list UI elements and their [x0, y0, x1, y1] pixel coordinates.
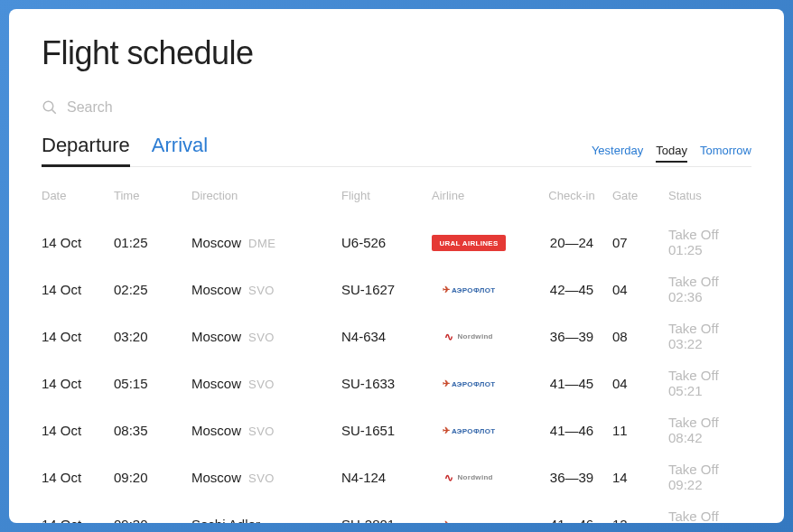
- cell-time: 09:20: [114, 470, 186, 485]
- cell-time: 05:15: [114, 376, 186, 391]
- cell-checkin: 20—24: [536, 235, 607, 250]
- cell-direction: Moscow SVO: [191, 329, 336, 344]
- cell-status: Take Off 05:21: [668, 368, 751, 398]
- airport-code: SVO: [248, 331, 275, 344]
- filter-today[interactable]: Today: [656, 144, 687, 161]
- cell-status: Take Off 03:22: [668, 321, 751, 351]
- table-headers: Date Time Direction Flight Airline Check…: [42, 189, 751, 219]
- airport-code: SVO: [248, 378, 275, 391]
- cell-airline: ✈АЭРОФЛОТ: [432, 421, 531, 439]
- cell-status: Take Off 09:38: [668, 509, 751, 523]
- cell-airline: ✈АЭРОФЛОТ: [432, 374, 531, 392]
- direction-city: Moscow: [191, 282, 241, 297]
- direction-tabs: Departure Arrival: [42, 134, 208, 166]
- cell-gate: 14: [612, 470, 663, 485]
- cell-gate: 04: [612, 376, 663, 391]
- cell-flight: U6-526: [341, 235, 426, 250]
- cell-time: 02:25: [114, 282, 186, 297]
- tabs-row: Departure Arrival Yesterday Today Tomorr…: [42, 134, 751, 167]
- table-row[interactable]: 14 Oct 03:20 Moscow SVO N4-634 ∿Nordwind…: [42, 313, 751, 359]
- svg-point-0: [43, 101, 53, 111]
- cell-date: 14 Oct: [42, 470, 108, 485]
- cell-flight: SU-1633: [341, 376, 426, 391]
- filter-tomorrow[interactable]: Tomorrow: [700, 144, 751, 161]
- airport-code: DME: [248, 237, 275, 250]
- cell-status: Take Off 02:36: [668, 274, 751, 304]
- airline-logo-ural: URAL AIRLINES: [432, 235, 506, 251]
- cell-checkin: 36—39: [536, 470, 607, 485]
- table-row[interactable]: 14 Oct 08:35 Moscow SVO SU-1651 ✈АЭРОФЛО…: [42, 406, 751, 453]
- cell-flight: N4-634: [341, 329, 426, 344]
- tab-departure[interactable]: Departure: [42, 134, 130, 166]
- cell-airline: ∿Nordwind: [432, 469, 531, 486]
- direction-city: Moscow: [191, 235, 241, 250]
- airline-logo-aeroflot: ✈АЭРОФЛОТ: [432, 282, 506, 298]
- col-checkin: Check-in: [536, 189, 607, 202]
- cell-airline: ✈АЭРОФЛОТ: [432, 515, 531, 523]
- cell-date: 14 Oct: [42, 329, 108, 344]
- cell-flight: SU-2801: [341, 517, 426, 524]
- cell-time: 09:30: [114, 517, 186, 524]
- airline-logo-aeroflot: ✈АЭРОФЛОТ: [432, 517, 506, 523]
- direction-city: Moscow: [191, 376, 241, 391]
- cell-gate: 11: [612, 423, 663, 438]
- cell-date: 14 Oct: [42, 376, 108, 391]
- cell-checkin: 41—46: [536, 423, 607, 438]
- cell-time: 01:25: [114, 235, 186, 250]
- table-row[interactable]: 14 Oct 09:30 Sochi Adler SU-2801 ✈АЭРОФЛ…: [42, 500, 751, 523]
- col-direction: Direction: [191, 189, 336, 202]
- cell-checkin: 41—46: [536, 517, 607, 524]
- direction-city: Sochi Adler: [191, 517, 260, 524]
- cell-direction: Moscow SVO: [191, 282, 336, 297]
- col-gate: Gate: [612, 189, 663, 202]
- table-row[interactable]: 14 Oct 02:25 Moscow SVO SU-1627 ✈АЭРОФЛО…: [42, 266, 751, 313]
- airline-logo-nordwind: ∿Nordwind: [432, 329, 506, 345]
- cell-direction: Sochi Adler: [191, 517, 336, 524]
- col-date: Date: [42, 189, 108, 202]
- airline-logo-nordwind: ∿Nordwind: [432, 470, 506, 486]
- cell-flight: SU-1651: [341, 423, 426, 438]
- airport-code: SVO: [248, 425, 275, 438]
- cell-airline: ∿Nordwind: [432, 328, 531, 345]
- cell-status: Take Off 08:42: [668, 415, 751, 445]
- search-icon: [42, 99, 58, 116]
- table-row[interactable]: 14 Oct 09:20 Moscow SVO N4-124 ∿Nordwind…: [42, 453, 751, 500]
- cell-time: 08:35: [114, 423, 186, 438]
- page-title: Flight schedule: [42, 34, 751, 72]
- cell-date: 14 Oct: [42, 423, 108, 438]
- cell-checkin: 42—45: [536, 282, 607, 297]
- table-row[interactable]: 14 Oct 05:15 Moscow SVO SU-1633 ✈АЭРОФЛО…: [42, 359, 751, 406]
- cell-gate: 04: [612, 282, 663, 297]
- svg-line-1: [52, 110, 56, 114]
- cell-gate: 07: [612, 235, 663, 250]
- cell-direction: Moscow SVO: [191, 470, 336, 485]
- cell-direction: Moscow DME: [191, 235, 336, 250]
- col-status: Status: [668, 189, 751, 202]
- schedule-card: Flight schedule Departure Arrival Yester…: [9, 9, 784, 523]
- cell-airline: URAL AIRLINES: [432, 233, 531, 252]
- cell-time: 03:20: [114, 329, 186, 344]
- airport-code: SVO: [248, 471, 275, 485]
- search-input[interactable]: [67, 99, 751, 116]
- day-filters: Yesterday Today Tomorrow: [592, 144, 751, 166]
- direction-city: Moscow: [191, 329, 241, 344]
- table-row[interactable]: 14 Oct 01:25 Moscow DME U6-526 URAL AIRL…: [42, 219, 751, 266]
- direction-city: Moscow: [191, 470, 241, 485]
- cell-status: Take Off 01:25: [668, 227, 751, 257]
- tab-arrival[interactable]: Arrival: [152, 134, 208, 166]
- cell-date: 14 Oct: [42, 517, 108, 524]
- col-airline: Airline: [432, 189, 531, 202]
- filter-yesterday[interactable]: Yesterday: [592, 144, 643, 161]
- cell-flight: N4-124: [341, 470, 426, 485]
- col-time: Time: [114, 189, 186, 202]
- flights-table: Date Time Direction Flight Airline Check…: [42, 189, 751, 523]
- search-row: [42, 99, 751, 116]
- cell-checkin: 36—39: [536, 329, 607, 344]
- cell-date: 14 Oct: [42, 235, 108, 250]
- cell-gate: 12: [612, 517, 663, 524]
- cell-flight: SU-1627: [341, 282, 426, 297]
- cell-gate: 08: [612, 329, 663, 344]
- airport-code: SVO: [248, 284, 275, 297]
- cell-airline: ✈АЭРОФЛОТ: [432, 280, 531, 298]
- airline-logo-aeroflot: ✈АЭРОФЛОТ: [432, 376, 506, 392]
